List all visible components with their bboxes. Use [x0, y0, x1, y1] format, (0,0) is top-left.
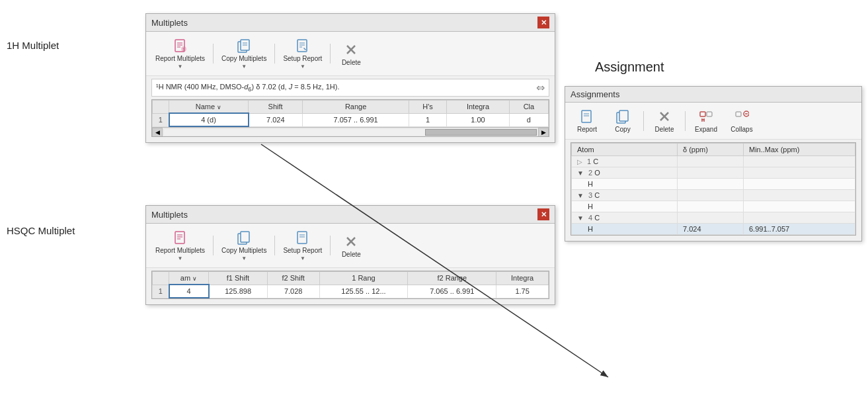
- col-header-hs-1[interactable]: H's: [409, 101, 447, 114]
- atom-2o-h: H: [572, 179, 678, 190]
- col-header-num-1: [153, 101, 169, 114]
- assign-copy-icon: [615, 109, 631, 124]
- delta-2o: [678, 167, 744, 179]
- atom-3c-h: H: [572, 201, 678, 212]
- report-dropdown-2: ▼: [178, 255, 183, 261]
- scroll-left-1[interactable]: ◀: [152, 128, 163, 137]
- delete-btn-2[interactable]: Delete: [335, 232, 368, 260]
- expand-icon: [698, 109, 714, 124]
- setup-icon-2: [295, 230, 311, 245]
- setup-report-btn-2[interactable]: Setup Report ▼: [279, 228, 326, 263]
- assign-expand-btn[interactable]: Expand: [690, 107, 723, 135]
- assign-table-wrapper: Atom δ (ppm) Min..Max (ppm) ▷ 1 C ▼ 2 O: [571, 142, 856, 236]
- sep-6: [330, 236, 331, 255]
- row-cla-1: d: [509, 113, 548, 126]
- assignments-title: Assignments: [571, 89, 619, 99]
- col-header-f2range-2[interactable]: f2 Range: [408, 272, 496, 285]
- assignments-toolbar: Report Copy Delete: [565, 103, 861, 140]
- col-header-integra-2[interactable]: Integra: [496, 272, 549, 285]
- assign-row-3c: ▼ 3 C: [572, 190, 855, 201]
- panel-1-title: Multiplets: [151, 18, 188, 28]
- panel-1-close[interactable]: ✕: [537, 17, 549, 28]
- assign-delete-icon: [656, 109, 672, 124]
- assign-copy-label: Copy: [615, 126, 630, 133]
- assign-collapse-btn[interactable]: Collaps: [725, 107, 758, 135]
- col-header-f1shift-2[interactable]: f1 Shift: [209, 272, 268, 285]
- panel-1-table-wrapper: Name ∨ Shift Range H's Integra Cla 1 4 (…: [151, 99, 549, 137]
- assign-copy-btn[interactable]: Copy: [606, 107, 639, 135]
- hsqc-multiplet-label: HSQC Multiplet: [7, 225, 75, 236]
- assign-row-2o-h: H: [572, 179, 855, 190]
- range-3c-h: [744, 201, 855, 212]
- sep-2: [274, 44, 275, 64]
- col-header-1rang-2[interactable]: 1 Rang: [319, 272, 408, 285]
- delete-label-1: Delete: [342, 59, 361, 66]
- col-header-name-1[interactable]: Name ∨: [169, 101, 249, 114]
- assign-row-3c-h: H: [572, 201, 855, 212]
- report-label-2: Report Multiplets: [155, 247, 205, 254]
- assign-report-btn[interactable]: Report: [571, 107, 604, 135]
- assignments-titlebar: Assignments: [565, 87, 861, 103]
- scroll-thumb-1: [425, 129, 537, 136]
- report-multiplets-btn-2[interactable]: Report Multiplets ▼: [151, 228, 209, 263]
- atom-2o: ▼ 2 O: [572, 167, 678, 179]
- row-1rang-2: 125.55 .. 12...: [319, 285, 408, 298]
- sep-3: [330, 44, 331, 64]
- row-f1shift-2: 125.898: [209, 285, 268, 298]
- col-header-integra-1[interactable]: Integra: [447, 101, 510, 114]
- copy-label-1: Copy Multiplets: [221, 55, 266, 62]
- assignment-label: Assignment: [595, 60, 664, 75]
- assign-delete-btn[interactable]: Delete: [648, 107, 681, 135]
- delta-1c: [678, 156, 744, 167]
- setup-label-1: Setup Report: [283, 55, 322, 62]
- row-shift-1: 7.024: [249, 113, 303, 126]
- assign-col-atom[interactable]: Atom: [572, 144, 678, 156]
- assign-collapse-label: Collaps: [730, 126, 752, 133]
- scroll-right-1[interactable]: ▶: [538, 128, 549, 137]
- assign-expand-label: Expand: [695, 126, 717, 133]
- atom-4c-h: H: [572, 224, 678, 235]
- panel-2-toolbar: Report Multiplets ▼ Copy Multiplets ▼: [146, 224, 555, 268]
- setup-report-btn-1[interactable]: Setup Report ▼: [279, 36, 326, 71]
- delta-4c: [678, 212, 744, 224]
- col-header-am-2[interactable]: am ∨: [169, 272, 209, 285]
- svg-text:!: !: [182, 47, 184, 52]
- delete-btn-1[interactable]: Delete: [335, 40, 368, 68]
- assign-col-delta[interactable]: δ (ppm): [678, 144, 744, 156]
- svg-rect-35: [707, 112, 712, 116]
- assign-report-icon: [579, 109, 595, 124]
- svg-rect-22: [297, 232, 307, 244]
- assign-row-4c: ▼ 4 C: [572, 212, 855, 224]
- col-header-shift-1[interactable]: Shift: [249, 101, 303, 114]
- nmr-expand-icon[interactable]: ⇔: [536, 81, 545, 94]
- delta-3c-h: [678, 201, 744, 212]
- copy-multiplets-btn-1[interactable]: Copy Multiplets ▼: [217, 36, 270, 71]
- panel-1-table: Name ∨ Shift Range H's Integra Cla 1 4 (…: [152, 100, 549, 127]
- panel-1-titlebar: Multiplets ✕: [146, 14, 555, 32]
- copy-multiplets-btn-2[interactable]: Copy Multiplets ▼: [217, 228, 270, 263]
- report-multiplets-btn-1[interactable]: ! Report Multiplets ▼: [151, 36, 209, 71]
- panel-2-close[interactable]: ✕: [537, 208, 549, 220]
- report-icon-1: !: [173, 38, 188, 54]
- assign-col-range[interactable]: Min..Max (ppm): [744, 144, 855, 156]
- copy-icon-1: [236, 38, 252, 54]
- collapse-icon: [734, 109, 750, 124]
- delete-label-2: Delete: [342, 251, 361, 258]
- col-header-range-1[interactable]: Range: [303, 101, 409, 114]
- scroll-track-1[interactable]: [164, 129, 537, 136]
- assign-row-1c: ▷ 1 C: [572, 156, 855, 167]
- delta-4c-h: 7.024: [678, 224, 744, 235]
- svg-rect-27: [582, 111, 591, 122]
- col-header-cla-1[interactable]: Cla: [509, 101, 548, 114]
- col-header-f2shift-2[interactable]: f2 Shift: [267, 272, 319, 285]
- delete-icon-2: [343, 234, 359, 249]
- multiplets-panel-2: Multiplets ✕ Report Multiplets ▼: [145, 205, 555, 305]
- range-3c: [744, 190, 855, 201]
- row-num-1: 1: [153, 113, 169, 126]
- atom-4c: ▼ 4 C: [572, 212, 678, 224]
- svg-rect-16: [175, 232, 184, 244]
- setup-label-2: Setup Report: [283, 247, 322, 254]
- row-num-2: 1: [153, 285, 169, 298]
- setup-dropdown-2: ▼: [300, 255, 305, 261]
- atom-1c: ▷ 1 C: [572, 156, 678, 167]
